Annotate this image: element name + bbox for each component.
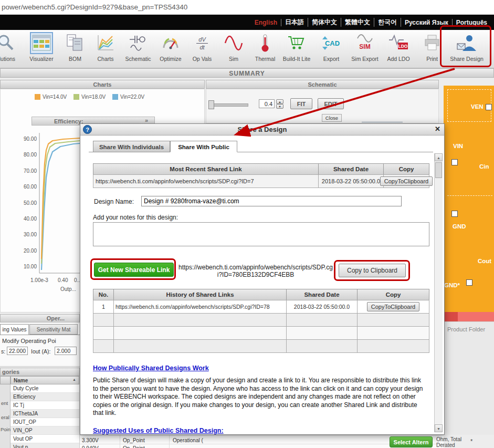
lang-portuguese[interactable]: Português [453, 19, 491, 26]
lang-simplified-chinese[interactable]: 简体中文 [308, 18, 341, 27]
sort-ascending-icon[interactable]: ▲ [72, 378, 76, 381]
close-icon[interactable]: ✕ [435, 125, 440, 133]
share-link-text[interactable]: https://webench.ti.com/appinfo/webench/s… [177, 264, 334, 278]
magnifier-icon [0, 33, 16, 53]
toolbar-item-sim[interactable]: Sim [217, 32, 250, 62]
derated-text: Derated [436, 442, 455, 448]
lang-english[interactable]: English [251, 19, 281, 26]
cin-checkbox[interactable] [451, 159, 458, 165]
column-header: Shared Date [286, 289, 358, 300]
y-axis-label: 20.00 [5, 248, 37, 254]
legend-swatch [112, 94, 118, 100]
value-cell: 0.940V [82, 445, 99, 448]
notes-textarea[interactable] [93, 222, 429, 246]
tab-share-with-individuals[interactable]: Share With Individuals [93, 141, 170, 152]
zoom-value[interactable]: 0.4 [259, 99, 275, 108]
categories-table: Name ▲ ent eral Point Duty Cycle Efficie… [0, 376, 80, 448]
tab-operating-values[interactable]: ing Values [0, 324, 29, 335]
cout-label: Cout [478, 258, 491, 264]
bom-icon [65, 33, 85, 53]
category-row[interactable]: Duty Cycle [10, 384, 79, 393]
x-axis-title: Outp... [60, 286, 76, 292]
iout-field-input[interactable]: 2.000 [55, 347, 77, 355]
category-row[interactable]: VIN_OP [10, 426, 79, 435]
recent-link-cell[interactable]: https://webench.ti.com/appinfo/webench/s… [93, 174, 319, 188]
url-bar[interactable]: power/webench5.cgi?DesignId=9279&base_pn… [0, 0, 494, 15]
history-empty-row [93, 339, 429, 353]
tab-sensitivity-matrix[interactable]: Sensitivity Mat [29, 324, 78, 335]
category-row[interactable]: ICThetaJA [10, 410, 79, 418]
y-axis-label: 10.00 [5, 264, 37, 269]
category-row[interactable]: Vout p [10, 443, 79, 448]
toolbar-item-buildit[interactable]: Build-It Lite [280, 32, 313, 62]
copy-to-clipboard-main-button[interactable]: Copy to Clipboard [339, 264, 406, 277]
scroll-down-button[interactable]: ▼ [435, 424, 443, 432]
right-lower-panel: Product Folder [444, 321, 494, 435]
product-folder-link[interactable]: Product Folder [447, 326, 485, 332]
chevron-right-icon[interactable]: » [145, 117, 148, 123]
scroll-thumb[interactable] [435, 162, 442, 178]
design-name-input[interactable] [141, 196, 402, 206]
toolbar-item-print[interactable]: Print [416, 32, 448, 62]
history-table: No. History of Shared Links Shared Date … [93, 289, 429, 353]
category-row[interactable]: IC Tj [10, 401, 79, 410]
y-axis-label: 70.00 [5, 168, 37, 174]
gnd-label: GND [453, 223, 466, 230]
toolbar-item-bom[interactable]: BOM [59, 32, 91, 62]
toolbar-item-solutions[interactable]: olutions [0, 32, 22, 62]
ohm-total-text: Ohm, Total [436, 436, 461, 442]
sim-export-icon: SIM [354, 33, 375, 53]
vin-field-input[interactable]: 22.000 [7, 347, 28, 355]
toolbar-item-addldo[interactable]: LDO Add LDO [382, 32, 415, 62]
dialog-scrollbar[interactable]: ▲ ▼ [434, 153, 443, 432]
y-axis-label: 50.00 [5, 200, 37, 206]
column-header: No. [93, 289, 114, 300]
tab-share-with-public[interactable]: Share With Public [170, 141, 237, 152]
how-shared-designs-heading[interactable]: How Publically Shared Designs Work [93, 364, 209, 372]
category-row[interactable]: Efficiency [10, 393, 79, 401]
app-root: power/webench5.cgi?DesignId=9279&base_pn… [0, 0, 494, 448]
toolbar-item-export[interactable]: CAD Export [315, 32, 348, 62]
name-column-header[interactable]: Name [10, 376, 79, 384]
gnd2-checkbox[interactable] [466, 279, 472, 286]
lang-japanese[interactable]: 日本語 [281, 18, 308, 27]
toolbar-item-share-design[interactable]: Share Design [447, 32, 486, 62]
gnd-checkbox[interactable] [451, 211, 458, 217]
toolbar-item-charts[interactable]: Charts [89, 32, 122, 62]
help-icon[interactable]: ? [83, 125, 92, 134]
toolbar-item-simexport[interactable]: SIM Sim Export [349, 32, 381, 62]
column-header: History of Shared Links [113, 289, 287, 300]
lang-russian[interactable]: Русский Язык [401, 19, 453, 26]
history-no-cell: 1 [93, 300, 114, 314]
copy-to-clipboard-button[interactable]: CopyToClipboard [380, 176, 433, 186]
modify-operating-point-link[interactable]: Modify Operating Poi [2, 338, 56, 344]
toolbar-item-opvals[interactable]: dV dt Op Vals [186, 32, 218, 62]
category-row[interactable]: Vout OP [10, 435, 79, 443]
column-header: Copy [383, 163, 429, 175]
edit-button[interactable]: EDIT [318, 98, 344, 109]
toolbar-item-visualizer[interactable]: Visualizer [25, 32, 58, 62]
lang-traditional-chinese[interactable]: 繁體中文 [341, 18, 374, 27]
toolbar-item-thermal[interactable]: Thermal [249, 32, 281, 62]
get-new-shareable-link-button[interactable]: Get New Shareable Link [94, 263, 174, 277]
legend-swatch [35, 94, 40, 100]
fit-button[interactable]: FIT [290, 98, 312, 109]
zoom-step-up-button[interactable]: ▲ [276, 99, 283, 104]
zoom-step-down-button[interactable]: ▼ [276, 104, 283, 109]
close-chip[interactable]: Close [322, 114, 342, 122]
ven-checkbox[interactable] [486, 104, 492, 110]
lang-korean[interactable]: 한국어 [374, 18, 401, 27]
scroll-up-button[interactable]: ▲ [435, 153, 443, 161]
zoom-slider-handle[interactable] [208, 100, 214, 109]
category-row[interactable]: IOUT_OP [10, 418, 79, 426]
y-axis-label: 80.00 [5, 152, 37, 158]
ldo-icon: LDO [388, 33, 409, 53]
zoom-slider-track[interactable] [211, 103, 248, 107]
toolbar-item-schematic[interactable]: Schematic [122, 32, 154, 62]
suggested-uses-heading[interactable]: Suggested Uses of Public Shared Design: [93, 427, 224, 434]
copy-to-clipboard-button[interactable]: CopyToClipboard [367, 302, 419, 311]
history-link-cell[interactable]: https://webench.ti.com/appinfo/webench/s… [113, 300, 287, 314]
history-empty-row [93, 326, 429, 340]
select-alternate-button[interactable]: Select Altern [390, 436, 433, 447]
toolbar-item-optimize[interactable]: Optimize [154, 32, 187, 62]
